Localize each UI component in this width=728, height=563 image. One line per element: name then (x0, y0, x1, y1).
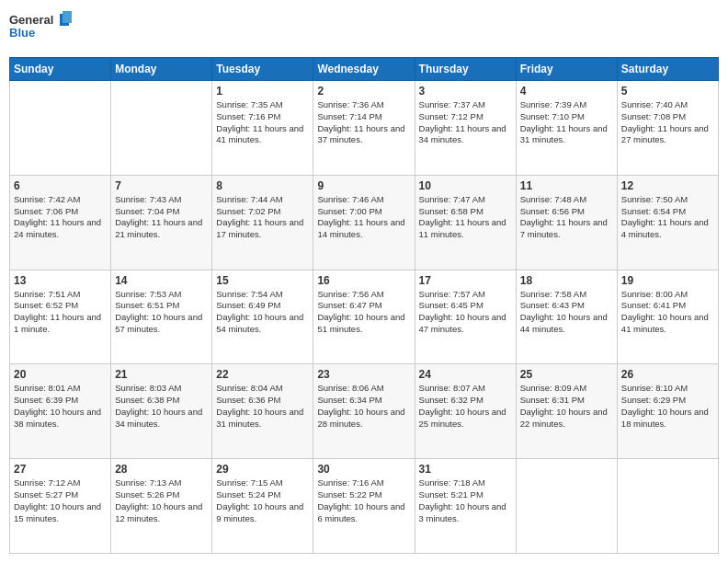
day-number: 25 (520, 368, 613, 381)
calendar-cell: 25Sunrise: 8:09 AM Sunset: 6:31 PM Dayli… (516, 364, 617, 459)
day-number: 22 (216, 368, 309, 381)
day-info: Sunrise: 8:09 AM Sunset: 6:31 PM Dayligh… (520, 383, 613, 430)
day-info: Sunrise: 7:35 AM Sunset: 7:16 PM Dayligh… (216, 99, 309, 146)
day-number: 16 (317, 274, 410, 287)
calendar-cell: 13Sunrise: 7:51 AM Sunset: 6:52 PM Dayli… (10, 270, 111, 364)
calendar-cell: 4Sunrise: 7:39 AM Sunset: 7:10 PM Daylig… (516, 81, 617, 176)
calendar-cell (516, 459, 617, 554)
day-number: 31 (419, 463, 512, 476)
day-info: Sunrise: 8:10 AM Sunset: 6:29 PM Dayligh… (621, 383, 714, 430)
calendar-cell (10, 81, 111, 176)
day-info: Sunrise: 7:57 AM Sunset: 6:45 PM Dayligh… (419, 289, 512, 336)
day-info: Sunrise: 7:13 AM Sunset: 5:26 PM Dayligh… (115, 477, 208, 524)
day-info: Sunrise: 7:40 AM Sunset: 7:08 PM Dayligh… (621, 99, 714, 146)
day-info: Sunrise: 7:46 AM Sunset: 7:00 PM Dayligh… (317, 194, 410, 241)
day-info: Sunrise: 7:51 AM Sunset: 6:52 PM Dayligh… (14, 289, 107, 336)
day-info: Sunrise: 7:53 AM Sunset: 6:51 PM Dayligh… (115, 289, 208, 336)
calendar-cell: 2Sunrise: 7:36 AM Sunset: 7:14 PM Daylig… (313, 81, 415, 176)
calendar-cell: 15Sunrise: 7:54 AM Sunset: 6:49 PM Dayli… (212, 270, 313, 364)
day-number: 23 (317, 368, 410, 381)
day-number: 27 (14, 463, 107, 476)
day-info: Sunrise: 7:39 AM Sunset: 7:10 PM Dayligh… (520, 99, 613, 146)
calendar-cell: 9Sunrise: 7:46 AM Sunset: 7:00 PM Daylig… (313, 175, 415, 270)
calendar-cell: 10Sunrise: 7:47 AM Sunset: 6:58 PM Dayli… (415, 175, 516, 270)
day-info: Sunrise: 7:44 AM Sunset: 7:02 PM Dayligh… (216, 194, 309, 241)
calendar-cell: 6Sunrise: 7:42 AM Sunset: 7:06 PM Daylig… (10, 175, 111, 270)
header: General Blue (9, 9, 719, 50)
day-number: 7 (115, 179, 208, 192)
day-info: Sunrise: 7:15 AM Sunset: 5:24 PM Dayligh… (216, 477, 309, 524)
day-info: Sunrise: 7:42 AM Sunset: 7:06 PM Dayligh… (14, 194, 107, 241)
calendar-header-row: SundayMondayTuesdayWednesdayThursdayFrid… (10, 58, 719, 81)
calendar-cell: 30Sunrise: 7:16 AM Sunset: 5:22 PM Dayli… (313, 459, 415, 554)
day-number: 14 (115, 274, 208, 287)
day-info: Sunrise: 7:58 AM Sunset: 6:43 PM Dayligh… (520, 289, 613, 336)
day-header-tuesday: Tuesday (212, 58, 313, 81)
day-number: 17 (419, 274, 512, 287)
calendar-cell: 21Sunrise: 8:03 AM Sunset: 6:38 PM Dayli… (111, 364, 212, 459)
day-number: 21 (115, 368, 208, 381)
day-info: Sunrise: 8:01 AM Sunset: 6:39 PM Dayligh… (14, 383, 107, 430)
day-number: 12 (621, 179, 714, 192)
day-number: 18 (520, 274, 613, 287)
day-number: 29 (216, 463, 309, 476)
day-info: Sunrise: 7:18 AM Sunset: 5:21 PM Dayligh… (419, 477, 512, 524)
day-number: 19 (621, 274, 714, 287)
logo-area: General Blue (9, 9, 74, 50)
day-header-saturday: Saturday (617, 58, 718, 81)
day-number: 6 (14, 179, 107, 192)
calendar-cell (111, 81, 212, 176)
day-number: 10 (419, 179, 512, 192)
calendar-cell: 28Sunrise: 7:13 AM Sunset: 5:26 PM Dayli… (111, 459, 212, 554)
day-number: 26 (621, 368, 714, 381)
day-number: 11 (520, 179, 613, 192)
week-row-3: 13Sunrise: 7:51 AM Sunset: 6:52 PM Dayli… (10, 270, 719, 364)
logo-icon: General Blue (9, 9, 74, 46)
day-header-friday: Friday (516, 58, 617, 81)
calendar-cell (617, 459, 718, 554)
logo: General Blue (9, 9, 74, 50)
day-number: 4 (520, 85, 613, 98)
day-info: Sunrise: 7:54 AM Sunset: 6:49 PM Dayligh… (216, 289, 309, 336)
week-row-5: 27Sunrise: 7:12 AM Sunset: 5:27 PM Dayli… (10, 459, 719, 554)
calendar-cell: 16Sunrise: 7:56 AM Sunset: 6:47 PM Dayli… (313, 270, 415, 364)
day-info: Sunrise: 7:16 AM Sunset: 5:22 PM Dayligh… (317, 477, 410, 524)
day-header-sunday: Sunday (10, 58, 111, 81)
calendar-cell: 31Sunrise: 7:18 AM Sunset: 5:21 PM Dayli… (415, 459, 516, 554)
day-number: 9 (317, 179, 410, 192)
week-row-2: 6Sunrise: 7:42 AM Sunset: 7:06 PM Daylig… (10, 175, 719, 270)
day-info: Sunrise: 8:03 AM Sunset: 6:38 PM Dayligh… (115, 383, 208, 430)
calendar-cell: 1Sunrise: 7:35 AM Sunset: 7:16 PM Daylig… (212, 81, 313, 176)
calendar-cell: 7Sunrise: 7:43 AM Sunset: 7:04 PM Daylig… (111, 175, 212, 270)
day-info: Sunrise: 7:47 AM Sunset: 6:58 PM Dayligh… (419, 194, 512, 241)
calendar-cell: 29Sunrise: 7:15 AM Sunset: 5:24 PM Dayli… (212, 459, 313, 554)
calendar-cell: 17Sunrise: 7:57 AM Sunset: 6:45 PM Dayli… (415, 270, 516, 364)
day-info: Sunrise: 7:43 AM Sunset: 7:04 PM Dayligh… (115, 194, 208, 241)
calendar-cell: 3Sunrise: 7:37 AM Sunset: 7:12 PM Daylig… (415, 81, 516, 176)
week-row-4: 20Sunrise: 8:01 AM Sunset: 6:39 PM Dayli… (10, 364, 719, 459)
calendar-cell: 12Sunrise: 7:50 AM Sunset: 6:54 PM Dayli… (617, 175, 718, 270)
day-header-monday: Monday (111, 58, 212, 81)
calendar-table: SundayMondayTuesdayWednesdayThursdayFrid… (9, 57, 719, 554)
day-info: Sunrise: 7:37 AM Sunset: 7:12 PM Dayligh… (419, 99, 512, 146)
day-number: 20 (14, 368, 107, 381)
day-info: Sunrise: 8:04 AM Sunset: 6:36 PM Dayligh… (216, 383, 309, 430)
day-header-wednesday: Wednesday (313, 58, 415, 81)
day-number: 3 (419, 85, 512, 98)
page: General Blue SundayMondayTuesdayWednesda… (0, 0, 728, 563)
day-info: Sunrise: 8:00 AM Sunset: 6:41 PM Dayligh… (621, 289, 714, 336)
calendar-cell: 14Sunrise: 7:53 AM Sunset: 6:51 PM Dayli… (111, 270, 212, 364)
day-info: Sunrise: 8:07 AM Sunset: 6:32 PM Dayligh… (419, 383, 512, 430)
day-info: Sunrise: 7:56 AM Sunset: 6:47 PM Dayligh… (317, 289, 410, 336)
day-number: 15 (216, 274, 309, 287)
day-number: 30 (317, 463, 410, 476)
svg-text:Blue: Blue (9, 26, 35, 40)
day-number: 8 (216, 179, 309, 192)
day-number: 2 (317, 85, 410, 98)
calendar-cell: 24Sunrise: 8:07 AM Sunset: 6:32 PM Dayli… (415, 364, 516, 459)
week-row-1: 1Sunrise: 7:35 AM Sunset: 7:16 PM Daylig… (10, 81, 719, 176)
svg-text:General: General (9, 13, 53, 27)
calendar-cell: 26Sunrise: 8:10 AM Sunset: 6:29 PM Dayli… (617, 364, 718, 459)
calendar-cell: 18Sunrise: 7:58 AM Sunset: 6:43 PM Dayli… (516, 270, 617, 364)
day-number: 24 (419, 368, 512, 381)
